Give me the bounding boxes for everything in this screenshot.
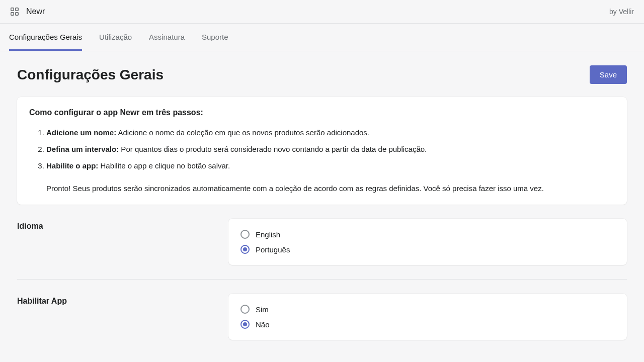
language-card: English Português <box>228 219 627 265</box>
step-1-text: Adicione o nome da coleção em que os nov… <box>116 128 369 137</box>
language-section-label: Idioma <box>17 219 208 231</box>
step-2-text: Por quantos dias o produto será consider… <box>119 145 427 153</box>
enable-option-yes-label: Sim <box>256 305 269 314</box>
svg-rect-1 <box>16 8 18 11</box>
page-header: Configurações Gerais Save <box>17 65 627 84</box>
step-3-label: Habilite o app: <box>46 161 98 170</box>
by-text: by Vellir <box>609 8 634 16</box>
enable-option-no[interactable]: Não <box>240 320 615 329</box>
radio-icon <box>240 230 250 239</box>
tab-usage[interactable]: Utilização <box>99 24 132 51</box>
language-option-english-label: English <box>256 230 280 239</box>
language-option-portugues[interactable]: Português <box>240 245 615 254</box>
instructions-title: Como configurar o app Newr em três passo… <box>29 108 615 117</box>
step-2-label: Defina um intervalo: <box>46 145 119 153</box>
language-option-portugues-label: Português <box>256 245 290 254</box>
step-1-label: Adicione um nome: <box>46 128 116 137</box>
language-option-english[interactable]: English <box>240 230 615 239</box>
enable-section-label: Habilitar App <box>17 294 208 306</box>
tab-general[interactable]: Configurações Gerais <box>9 24 82 51</box>
content: Configurações Gerais Save Como configura… <box>0 51 644 354</box>
dashboard-icon <box>10 7 19 16</box>
save-button[interactable]: Save <box>590 65 627 84</box>
topbar: Newr by Vellir <box>0 0 644 24</box>
tab-support[interactable]: Suporte <box>202 24 228 51</box>
instructions-footer: Pronto! Seus produtos serão sincronizado… <box>29 183 615 194</box>
enable-card: Sim Não <box>228 294 627 340</box>
svg-rect-2 <box>11 13 14 15</box>
enable-option-yes[interactable]: Sim <box>240 305 615 314</box>
topbar-left: Newr <box>10 7 45 16</box>
step-3: Habilite o app: Habilite o app e clique … <box>46 160 615 171</box>
language-section: Idioma English Português <box>17 205 627 265</box>
tabs: Configurações Gerais Utilização Assinatu… <box>0 24 644 51</box>
radio-icon <box>240 245 250 254</box>
svg-rect-0 <box>11 8 14 11</box>
page-title: Configurações Gerais <box>17 67 164 83</box>
svg-rect-3 <box>16 13 18 15</box>
enable-option-no-label: Não <box>256 320 270 329</box>
enable-section: Habilitar App Sim Não <box>17 280 627 340</box>
tab-subscription[interactable]: Assinatura <box>149 24 185 51</box>
instructions-steps: Adicione um nome: Adicione o nome da col… <box>29 127 615 171</box>
radio-icon <box>240 320 250 329</box>
app-name: Newr <box>26 7 45 16</box>
step-3-text: Habilite o app e clique no botão salvar. <box>98 161 230 170</box>
radio-icon <box>240 305 250 314</box>
step-1: Adicione um nome: Adicione o nome da col… <box>46 127 615 138</box>
step-2: Defina um intervalo: Por quantos dias o … <box>46 144 615 154</box>
instructions-card: Como configurar o app Newr em três passo… <box>17 97 627 205</box>
